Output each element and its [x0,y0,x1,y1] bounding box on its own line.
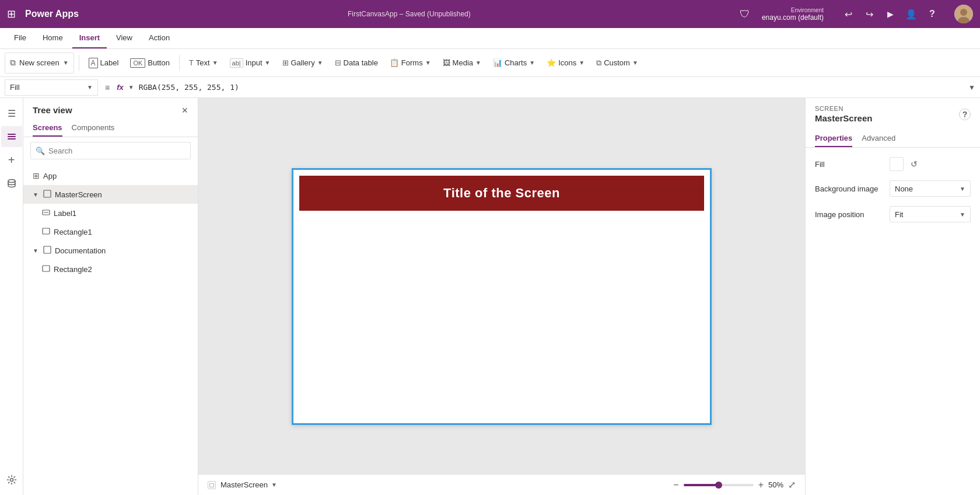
right-panel-screen-name: MasterScreen [815,113,872,123]
new-screen-icon: ⧉ [10,58,16,68]
formula-input[interactable] [139,79,964,96]
image-position-dropdown[interactable]: Fit ▼ [890,206,971,222]
rectangle2-icon [42,264,50,274]
background-image-label: Background image [815,184,885,193]
screen-title-bar[interactable]: Title of the Screen [299,176,704,211]
right-panel-content: Fill ↺ Background image None ▼ Image pos… [806,148,980,495]
right-panel-tabs: Properties Advanced [806,130,980,148]
gallery-icon: ⊞ [282,58,289,67]
label-button[interactable]: A Label [84,53,124,74]
undo-button[interactable]: ↩ [840,6,856,22]
bottom-bar: □ MasterScreen ▼ − + 50% ⤢ [198,474,805,495]
right-panel-help-icon[interactable]: ? [959,109,971,120]
tree-item-rectangle1[interactable]: Rectangle1 [23,222,198,241]
documentation-expand-arrow: ▼ [33,248,38,254]
label1-label: Label1 [54,209,193,218]
media-button[interactable]: 🖼 Media ▼ [438,53,486,74]
custom-button[interactable]: ⧉ Custom ▼ [592,53,643,74]
fit-button[interactable]: ⤢ [788,479,796,490]
screen-name-bottom[interactable]: MasterScreen ▼ [220,480,277,489]
menu-file[interactable]: File [7,28,33,48]
tree-item-app[interactable]: ⊞ App [23,166,198,185]
background-image-dropdown[interactable]: None ▼ [890,180,971,197]
tree-search-input[interactable] [48,142,186,159]
redo-button[interactable]: ↪ [861,6,877,22]
formula-bar: Fill ▼ ≡ fx ▼ ▼ [0,77,980,98]
toolbar: ⧉ New screen ▼ A Label OK Button T Text … [0,49,980,77]
hamburger-menu-button[interactable]: ☰ [1,103,22,124]
charts-icon: 📊 [493,58,502,67]
zoom-value: 50% [768,480,783,489]
forms-button[interactable]: 📋 Forms ▼ [385,53,436,74]
svg-point-7 [10,479,13,482]
zoom-slider-thumb[interactable] [715,482,722,489]
fill-property-label: Fill [815,160,885,169]
menu-action[interactable]: Action [142,28,177,48]
app-grid-icon[interactable]: ⊞ [7,8,16,20]
svg-point-1 [960,9,967,16]
app-icon: ⊞ [33,171,40,180]
avatar[interactable] [954,5,973,23]
menu-view[interactable]: View [109,28,139,48]
menu-insert[interactable]: Insert [72,28,107,48]
tree-view-panel: Tree view ✕ Screens Components 🔍 ⊞ App ▼… [23,98,198,495]
tree-item-rectangle2[interactable]: Rectangle2 [23,260,198,278]
fill-refresh-icon[interactable]: ↺ [911,159,918,169]
custom-icon: ⧉ [596,58,601,68]
screen-checkbox-icon: □ [208,481,216,489]
fill-dropdown[interactable]: Fill ▼ [5,79,98,96]
input-button[interactable]: ab| Input ▼ [225,53,275,74]
button-icon: OK [130,58,145,68]
screen-title-text: Title of the Screen [443,186,560,201]
tree-item-masterscreen[interactable]: ▼ MasterScreen ··· [23,185,198,204]
icons-button[interactable]: ⭐ Icons ▼ [542,53,589,74]
tab-components[interactable]: Components [72,120,115,137]
tab-screens[interactable]: Screens [33,120,62,137]
layers-button[interactable] [1,126,22,147]
env-name: enayu.com (default) [762,13,824,22]
gallery-button[interactable]: ⊞ Gallery ▼ [278,53,328,74]
screen-canvas[interactable]: Title of the Screen [292,168,712,425]
right-panel-screen-label: SCREEN [815,105,872,112]
svg-rect-13 [43,266,50,271]
charts-button[interactable]: 📊 Charts ▼ [488,53,540,74]
account-button[interactable]: 👤 [903,6,919,22]
zoom-minus-button[interactable]: − [673,480,678,490]
add-button[interactable]: + [1,149,22,170]
tab-properties[interactable]: Properties [815,130,852,147]
image-position-row: Image position Fit ▼ [815,206,971,222]
svg-rect-11 [43,228,50,234]
menu-home[interactable]: Home [36,28,70,48]
env-label: Environment [791,7,824,13]
tree-item-label1[interactable]: Label1 [23,204,198,222]
right-panel: SCREEN MasterScreen ? Properties Advance… [805,98,980,495]
fill-color-box[interactable] [890,157,904,171]
formula-dropdown-btn[interactable]: ▼ [968,83,975,92]
background-image-row: Background image None ▼ [815,180,971,197]
rectangle1-label: Rectangle1 [54,228,193,236]
new-screen-button[interactable]: ⧉ New screen ▼ [5,53,74,74]
data-button[interactable] [1,173,22,194]
user-icon: 🛡 [740,8,750,20]
play-button[interactable]: ▶ [882,6,898,22]
settings-button[interactable] [1,469,22,490]
masterscreen-expand-arrow: ▼ [33,191,38,198]
fx-arrow: ▼ [128,84,134,90]
bottom-screen-chevron[interactable]: ▼ [271,482,277,488]
text-button[interactable]: T Text ▼ [184,53,223,74]
image-position-label: Image position [815,210,885,219]
canvas-area[interactable]: Title of the Screen □ MasterScreen ▼ − +… [198,98,805,495]
button-button[interactable]: OK Button [125,53,174,74]
main-layout: ☰ + Tree view ✕ Screens Components 🔍 ⊞ [0,98,980,495]
tree-item-documentation[interactable]: ▼ Documentation [23,241,198,260]
svg-rect-8 [44,190,51,197]
zoom-plus-button[interactable]: + [758,480,764,490]
help-button[interactable]: ? [924,6,940,22]
bottom-screen-name: MasterScreen [220,480,268,489]
tree-close-button[interactable]: ✕ [181,106,188,115]
data-table-button[interactable]: ⊟ Data table [330,53,383,74]
left-icon-sidebar: ☰ + [0,98,23,495]
tab-advanced[interactable]: Advanced [862,130,895,147]
tree-search-container: 🔍 [30,142,191,159]
zoom-slider[interactable] [684,484,754,486]
